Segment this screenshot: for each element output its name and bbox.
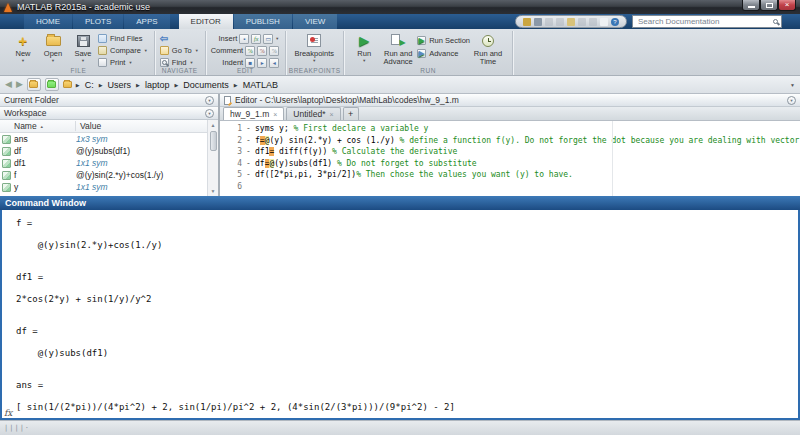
breakpoint-column[interactable]: - — [242, 169, 255, 181]
switch-windows-icon[interactable] — [600, 18, 608, 26]
browse-for-folder-button[interactable] — [45, 78, 59, 91]
undo-icon[interactable] — [578, 18, 586, 26]
workspace-row[interactable]: ans1x3 sym — [0, 133, 207, 145]
workspace-rows: ans1x3 symdf@(y)subs(df1)df11x1 symf@(y)… — [0, 133, 207, 196]
line-number[interactable]: 3 — [220, 146, 242, 158]
editor-tab-untitled-[interactable]: Untitled*× — [286, 107, 340, 120]
run-and-advance-button[interactable]: ▶ Run and Advance — [379, 32, 417, 66]
current-folder-menu-icon[interactable]: ▼ — [205, 96, 214, 105]
code-area[interactable]: 1-syms y; % First declare a variable y2-… — [220, 121, 800, 196]
address-dropdown-icon[interactable]: ▼ — [790, 82, 795, 88]
function-hints-fx-button[interactable]: fx — [4, 408, 12, 418]
variable-value: @(y)sin(2.*y)+cos(1./y) — [76, 170, 207, 180]
sort-asc-icon: ▲ — [40, 124, 44, 129]
advance-button[interactable]: ▶ Advance — [417, 48, 470, 59]
ribbon-tab-view[interactable]: VIEW — [293, 14, 337, 29]
indent-left-icon[interactable]: ◂ — [269, 58, 279, 68]
new-button[interactable]: + New▼ — [8, 32, 38, 63]
close-button[interactable]: × — [778, 0, 796, 11]
save-button[interactable]: Save▼ — [68, 32, 98, 63]
save-icon[interactable] — [534, 18, 542, 26]
command-window-header[interactable]: Command Window — [0, 196, 800, 210]
editor-tab-hw_9_1-m[interactable]: hw_9_1.m× — [223, 107, 284, 120]
run-section-button[interactable]: ▶ Run Section — [417, 35, 470, 46]
line-number[interactable]: 2 — [220, 135, 242, 147]
indent-right-icon[interactable]: ▸ — [257, 58, 267, 68]
run-button[interactable]: ▶ Run▼ — [349, 32, 379, 63]
uncomment-icon[interactable]: % — [257, 46, 267, 56]
search-documentation-input[interactable] — [636, 16, 773, 27]
workspace-header[interactable]: Workspace ▼ — [0, 107, 218, 120]
ribbon-tab-apps[interactable]: APPS — [124, 14, 169, 29]
smart-indent-icon[interactable]: ■ — [245, 58, 255, 68]
workspace-row[interactable]: y1x1 sym — [0, 181, 207, 193]
history-forward-icon[interactable]: ▶ — [16, 80, 23, 89]
workspace-scrollbar[interactable]: ▲ ▼ — [207, 120, 218, 196]
breadcrumb-separator-icon: ▶ — [174, 82, 178, 88]
line-number[interactable]: 4 — [220, 158, 242, 170]
tab-close-icon[interactable]: × — [329, 111, 333, 118]
workspace-row[interactable]: df@(y)subs(df1) — [0, 145, 207, 157]
ribbon-tab-row: HOMEPLOTSAPPSEDITORPUBLISHVIEW ? — [0, 14, 800, 29]
ribbon-tab-publish[interactable]: PUBLISH — [234, 14, 292, 29]
wrap-comments-icon[interactable]: % — [269, 46, 279, 56]
save-icon — [77, 35, 90, 47]
workspace-row[interactable]: f@(y)sin(2.*y)+cos(1./y) — [0, 169, 207, 181]
goto-button[interactable]: Go To▼ — [160, 45, 199, 56]
insert-image-icon[interactable]: ▭ — [263, 34, 273, 44]
ribbon-tab-plots[interactable]: PLOTS — [73, 14, 123, 29]
paste-icon[interactable] — [567, 18, 575, 26]
breadcrumb-segment[interactable]: laptop — [145, 80, 170, 90]
maximize-button[interactable] — [760, 0, 778, 11]
current-folder-header[interactable]: Current Folder ▼ — [0, 94, 218, 107]
breadcrumb-segment[interactable]: Documents — [183, 80, 229, 90]
line-number[interactable]: 6 — [220, 181, 242, 193]
workspace-row[interactable]: df11x1 sym — [0, 157, 207, 169]
search-icon[interactable] — [773, 19, 778, 24]
new-tab-button[interactable]: + — [343, 107, 359, 120]
insert-section-icon[interactable]: ▪ — [239, 34, 249, 44]
breadcrumb-segment[interactable]: MATLAB — [243, 80, 278, 90]
scroll-down-icon[interactable]: ▼ — [211, 186, 216, 196]
breakpoint-column[interactable]: - — [242, 135, 255, 147]
editor-header[interactable]: Editor - C:\Users\laptop\Desktop\MathLab… — [220, 94, 800, 107]
command-window[interactable]: f = @(y)sin(2.*y)+cos(1./y) df1 = 2*cos(… — [0, 210, 800, 420]
open-button[interactable]: Open▼ — [38, 32, 68, 63]
scrollbar-thumb[interactable] — [210, 131, 217, 151]
workspace-menu-icon[interactable]: ▼ — [205, 109, 214, 118]
ribbon-tab-home[interactable]: HOME — [24, 14, 72, 29]
insert-fx-icon[interactable]: fx — [251, 34, 261, 44]
cut-icon[interactable] — [545, 18, 553, 26]
tab-close-icon[interactable]: × — [273, 111, 277, 118]
compare-icon — [98, 46, 107, 55]
breakpoint-column[interactable]: - — [242, 123, 255, 135]
redo-icon[interactable] — [589, 18, 597, 26]
find-files-button[interactable]: Find Files — [98, 33, 148, 44]
history-back-icon[interactable]: ◀ — [5, 80, 12, 89]
new-script-icon[interactable] — [523, 18, 531, 26]
scroll-up-icon[interactable]: ▲ — [211, 120, 216, 130]
breadcrumb-segment[interactable]: C: — [85, 80, 94, 90]
editor-menu-icon[interactable]: ▼ — [787, 96, 796, 105]
line-number[interactable]: 5 — [220, 169, 242, 181]
column-name[interactable]: Name ▲ — [0, 121, 76, 131]
open-folder-icon — [46, 36, 61, 46]
breakpoints-button[interactable]: Breakpoints▼ — [291, 32, 337, 63]
breakpoint-column[interactable]: - — [242, 146, 255, 158]
ribbon-tab-editor[interactable]: EDITOR — [179, 14, 233, 29]
copy-icon[interactable] — [556, 18, 564, 26]
line-number[interactable]: 1 — [220, 123, 242, 135]
help-icon[interactable]: ? — [611, 18, 619, 26]
up-one-level-button[interactable] — [27, 78, 41, 91]
code-text: df=@(y)subs(df1) % Do not forget to subs… — [255, 158, 477, 170]
breakpoint-column[interactable] — [242, 181, 255, 193]
column-value[interactable]: Value — [76, 121, 207, 131]
breakpoint-column[interactable]: - — [242, 158, 255, 170]
back-button[interactable]: ⇦ — [160, 33, 199, 44]
minimize-button[interactable] — [742, 0, 760, 11]
editor-tab-label: hw_9_1.m — [230, 109, 269, 119]
comment-icon[interactable]: % — [245, 46, 255, 56]
run-and-time-button[interactable]: Run and Time — [470, 32, 506, 66]
compare-button[interactable]: Compare▼ — [98, 45, 148, 56]
breadcrumb-segment[interactable]: Users — [108, 80, 132, 90]
